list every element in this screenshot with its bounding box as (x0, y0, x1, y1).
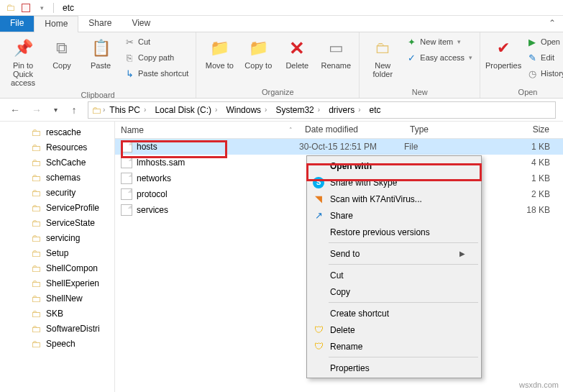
copy-button[interactable]: ⧉ Copy (43, 35, 81, 72)
scissors-icon: ✂ (124, 36, 135, 47)
folder-icon: 🗀 (30, 217, 42, 229)
paste-icon: 📋 (89, 37, 112, 60)
ctx-cut[interactable]: Cut (308, 267, 480, 283)
back-button[interactable]: ← (7, 102, 23, 118)
tree-item[interactable]: 🗀SoftwareDistri (0, 321, 114, 336)
file-row[interactable]: hosts30-Oct-15 12:51 PMFile1 KB (115, 139, 563, 155)
folder-icon: 🗀 (30, 278, 42, 289)
file-size: 1 KB (489, 173, 563, 183)
open-button[interactable]: ▶Open▾ (523, 35, 563, 49)
separator (53, 3, 54, 13)
breadcrumb[interactable]: 🗀 › This PC› Local Disk (C:)› Windows› S… (88, 101, 556, 119)
qat-folder-icon[interactable]: 🗀 (4, 2, 16, 14)
ctx-rename[interactable]: 🛡Rename (308, 338, 480, 355)
tree-item-label: ShellCompon (46, 263, 98, 273)
column-headers: Name˄ Date modified Type Size (115, 122, 563, 139)
tree-item[interactable]: 🗀SchCache (0, 155, 114, 170)
ctx-delete[interactable]: 🛡Delete (308, 322, 480, 338)
copy-to-button[interactable]: 📁Copy to (239, 35, 277, 72)
delete-icon: ✕ (285, 37, 308, 60)
submenu-arrow-icon: ▶ (459, 250, 465, 257)
ribbon-tabs: File Home Share View ⌃ (0, 16, 563, 32)
new-folder-icon: 🗀 (371, 37, 394, 60)
separator (329, 357, 478, 357)
folder-icon: 🗀 (91, 104, 101, 116)
copy-to-icon: 📁 (247, 37, 270, 60)
move-to-button[interactable]: 📁Move to (201, 35, 238, 72)
tree-item[interactable]: 🗀SKB (0, 306, 114, 321)
ctx-create-shortcut[interactable]: Create shortcut (308, 305, 480, 322)
new-folder-button[interactable]: 🗀New folder (364, 35, 401, 81)
tree-item[interactable]: 🗀ShellExperien (0, 275, 114, 291)
crumb[interactable]: Windows› (223, 104, 271, 117)
group-label: Open (485, 86, 563, 96)
ctx-open-with[interactable]: Open with (308, 158, 480, 174)
easy-access-button[interactable]: ✓Easy access▾ (403, 50, 475, 65)
tab-home[interactable]: Home (34, 16, 78, 32)
col-name[interactable]: Name˄ (115, 122, 299, 138)
ctx-share[interactable]: ↗Share (308, 207, 480, 224)
crumb[interactable]: This PC› (106, 104, 150, 117)
history-button[interactable]: ◷History (523, 66, 563, 81)
ctx-share-skype[interactable]: SShare with Skype (308, 174, 480, 191)
tree-item[interactable]: 🗀security (0, 185, 114, 200)
shield-icon: 🛡 (313, 324, 324, 336)
separator (329, 302, 478, 303)
delete-button[interactable]: ✕Delete (278, 35, 316, 72)
ctx-scan-k7[interactable]: ◥Scan with K7AntiVirus... (308, 191, 480, 207)
tree-item[interactable]: 🗀ServiceProfile (0, 200, 114, 215)
tree-item-label: schemas (46, 173, 81, 183)
tree-item[interactable]: 🗀ShellCompon (0, 260, 114, 275)
ctx-properties[interactable]: Properties (308, 360, 480, 376)
rename-icon: ▭ (324, 37, 347, 60)
tree-item-label: SoftwareDistri (46, 324, 100, 334)
tab-file[interactable]: File (0, 16, 34, 32)
file-icon (121, 173, 132, 184)
col-size[interactable]: Size (489, 122, 563, 138)
copy-icon: ⧉ (50, 37, 73, 60)
crumb[interactable]: System32› (273, 104, 324, 117)
tree-item[interactable]: 🗀schemas (0, 170, 114, 185)
tab-share[interactable]: Share (78, 16, 122, 32)
tree-item[interactable]: 🗀ServiceState (0, 215, 114, 230)
ribbon: 📌 Pin to Quick access ⧉ Copy 📋 Paste ✂Cu… (0, 32, 563, 99)
forward-button[interactable]: → (29, 102, 45, 118)
ctx-copy[interactable]: Copy (308, 283, 480, 300)
cut-button[interactable]: ✂Cut (121, 35, 191, 49)
ctx-send-to[interactable]: Send to▶ (308, 245, 480, 262)
folder-icon: 🗀 (30, 308, 42, 319)
ctx-restore[interactable]: Restore previous versions (308, 224, 480, 240)
properties-button[interactable]: ✔Properties (485, 35, 522, 72)
new-item-button[interactable]: ✦New item▾ (403, 35, 475, 49)
qat-properties-icon[interactable] (20, 2, 32, 14)
crumb[interactable]: drivers› (326, 104, 365, 117)
file-name: networks (137, 173, 171, 183)
crumb[interactable]: etc (367, 104, 384, 117)
tree-item-label: ServiceState (46, 218, 95, 228)
paste-button[interactable]: 📋 Paste (82, 35, 119, 72)
edit-button[interactable]: ✎Edit (523, 50, 563, 65)
pin-to-quick-access-button[interactable]: 📌 Pin to Quick access (4, 35, 42, 89)
tab-view[interactable]: View (122, 16, 160, 32)
tree-item[interactable]: 🗀ShellNew (0, 291, 114, 306)
tree-item[interactable]: 🗀Resources (0, 140, 114, 155)
tree-item[interactable]: 🗀Setup (0, 245, 114, 260)
up-button[interactable]: ↑ (66, 102, 82, 118)
crumb[interactable]: Local Disk (C:)› (152, 104, 221, 117)
tree-item[interactable]: 🗀rescache (0, 124, 114, 140)
recent-locations-button[interactable]: ▾ (50, 102, 60, 118)
tree-item-label: security (46, 188, 75, 198)
collapse-ribbon-icon[interactable]: ⌃ (541, 16, 563, 32)
col-type[interactable]: Type (404, 122, 489, 138)
tree-item[interactable]: 🗀Speech (0, 336, 114, 351)
separator (329, 242, 478, 243)
copy-path-button[interactable]: ⎘Copy path (121, 50, 191, 65)
tree-item[interactable]: 🗀servicing (0, 230, 114, 245)
qat-customize-icon[interactable]: ▾ (36, 2, 47, 14)
nav-tree[interactable]: 🗀rescache🗀Resources🗀SchCache🗀schemas🗀sec… (0, 122, 115, 392)
paste-shortcut-button[interactable]: ↳Paste shortcut (121, 66, 191, 81)
col-date[interactable]: Date modified (299, 122, 404, 138)
rename-button[interactable]: ▭Rename (317, 35, 354, 72)
move-to-icon: 📁 (208, 37, 231, 60)
shield-icon: 🛡 (313, 341, 324, 352)
